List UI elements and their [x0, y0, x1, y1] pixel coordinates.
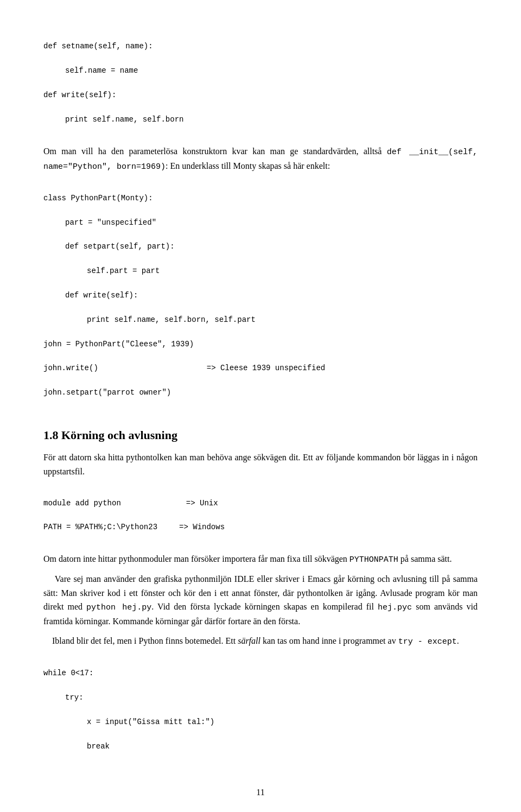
code-line: print self.name, self.born	[43, 113, 478, 125]
code-line: def write(self):	[43, 289, 478, 301]
code-while-block: while 0<17: try: x = input("Gissa mitt t…	[43, 655, 478, 765]
code-line: class PythonPart(Monty):	[43, 192, 478, 204]
code-line: john.setpart("parrot owner")	[43, 386, 478, 398]
italic-sarfall: särfall	[238, 636, 260, 645]
code-module-path: module add python=> Unix PATH = %PATH%;C…	[43, 485, 478, 545]
code-line: PATH = %PATH%;C:\Python23=> Windows	[43, 521, 478, 533]
code-inline-hejpyc: hej.pyc	[378, 603, 412, 612]
paragraph-intro: Om man vill ha den parameterlösa konstru…	[43, 144, 478, 174]
code-line: def setpart(self, part):	[43, 240, 478, 252]
code-inline-pythonpath: PYTHONPATH	[350, 555, 398, 564]
code-line-input: x = input("Gissa mitt tal:")	[43, 716, 478, 728]
code-line: module add python=> Unix	[43, 497, 478, 509]
code-line: john = PythonPart("Cleese", 1939)	[43, 338, 478, 350]
page-number: 11	[43, 786, 478, 799]
code-line: part = "unspecified"	[43, 217, 478, 229]
code-line-while: while 0<17:	[43, 667, 478, 679]
code-inline-try-except: try - except	[398, 637, 457, 646]
code-inline-python-hej: python hej.py	[86, 603, 151, 612]
paragraph-section18-1: För att datorn ska hitta pythontolken ka…	[43, 451, 478, 478]
paragraph-section18-2: Om datorn inte hittar pythonmoduler man …	[43, 552, 478, 567]
code-inline-init: def __init__(self, name="Python", born=1…	[43, 148, 478, 172]
code-line: print self.name, self.born, self.part	[43, 314, 478, 326]
code-setname-write: def setname(self, name): self.name = nam…	[43, 28, 478, 138]
code-line: self.part = part	[43, 265, 478, 277]
paragraph-section18-4: Ibland blir det fel, men i Python finns …	[43, 634, 478, 649]
paragraph-section18-3: Vare sej man använder den grafiska pytho…	[43, 572, 478, 629]
code-line-break: break	[43, 740, 478, 752]
code-line: def write(self):	[43, 89, 478, 101]
code-line: def setname(self, name):	[43, 40, 478, 52]
section-heading-18: 1.8 Körning och avlusning	[43, 426, 478, 444]
code-line: john.write()=> Cleese 1939 unspecified	[43, 362, 478, 374]
code-line-try: try:	[43, 692, 478, 703]
code-line: self.name = name	[43, 65, 478, 77]
code-python-part: class PythonPart(Monty): part = "unspeci…	[43, 180, 478, 411]
